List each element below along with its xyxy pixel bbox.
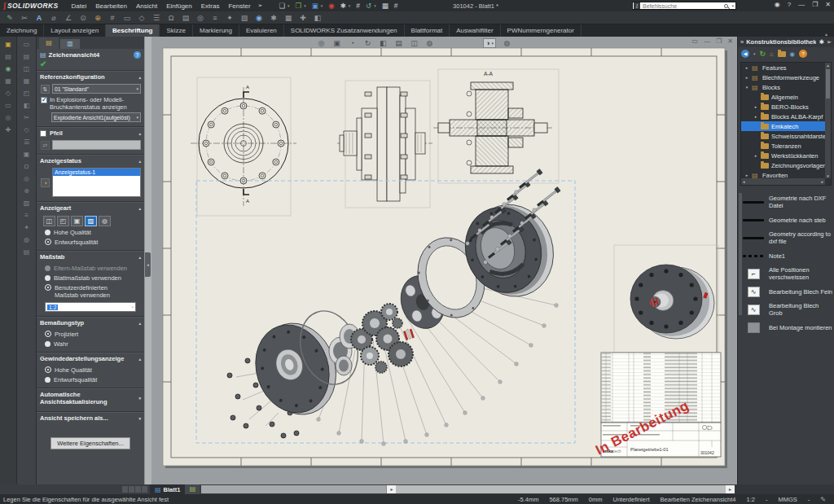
strip1-icon-5[interactable]: ▭: [2, 101, 14, 110]
tab-blattformat[interactable]: Blattformat: [405, 24, 450, 37]
tab-zeichnung[interactable]: Zeichnung: [0, 24, 44, 37]
new-document-icon[interactable]: ❏: [279, 2, 285, 10]
scroll-right-icon[interactable]: ▸: [387, 485, 396, 493]
search-input[interactable]: [641, 2, 724, 9]
toolbar-icon-18[interactable]: ✱: [269, 14, 279, 22]
tree-item-werkstueckkanten[interactable]: ▸Werkstückkanten: [741, 151, 831, 160]
radio-benutzerdefiniert[interactable]: Benutzerdefinierten Maßstab verwenden: [45, 284, 141, 299]
toolbar-icon-1[interactable]: ✂: [20, 14, 29, 22]
zoom-area-icon[interactable]: ▣: [332, 39, 341, 47]
toolbar-icon-10[interactable]: ☰: [151, 14, 161, 22]
open-dropdown-icon[interactable]: ▾: [304, 3, 306, 8]
pfeil-checkbox[interactable]: [40, 130, 46, 137]
home-icon[interactable]: ⌂: [770, 50, 774, 58]
pane-gear-icon[interactable]: ✱: [819, 38, 823, 46]
doc-maximize-icon[interactable]: ❐: [716, 37, 722, 45]
collapse-chevron-icon[interactable]: ▴: [138, 255, 141, 260]
previous-view-icon[interactable]: ◔: [348, 39, 357, 47]
strip2-icon-13[interactable]: ▨: [21, 199, 33, 208]
tree-item-schweissnahtdarstellung[interactable]: Schweissnahtdarstellung: [741, 131, 831, 141]
doc-restore-icon[interactable]: ▭: [692, 37, 699, 45]
rebuild-icon[interactable]: ◉: [328, 2, 334, 10]
toolbar-icon-15[interactable]: ✦: [225, 14, 235, 22]
panel-splitter[interactable]: ◂: [144, 37, 151, 484]
strip2-icon-5[interactable]: ◧: [21, 101, 33, 110]
horizontal-scrollbar[interactable]: ▸ ▸: [201, 485, 735, 493]
toolbar-icon-11[interactable]: Ω: [166, 14, 176, 22]
scrollbar-thumb[interactable]: [201, 485, 387, 493]
toolbar-icon-21[interactable]: ◧: [313, 14, 323, 22]
tree-item-emkatech[interactable]: Emkatech: [741, 121, 831, 131]
strip2-icon-2[interactable]: ◫: [21, 64, 33, 73]
search-icon[interactable]: [724, 4, 728, 8]
toolbar-icon-17[interactable]: ◉: [254, 14, 264, 22]
strip2-icon-15[interactable]: ✦: [21, 223, 33, 232]
panel-collapse-handle[interactable]: ◂: [145, 252, 151, 277]
scroll-thumb[interactable]: [826, 69, 830, 99]
tab-markierung[interactable]: Markierung: [193, 24, 239, 37]
tab-evaluieren[interactable]: Evaluieren: [239, 24, 284, 37]
tree-item-blechformwerkzeuge[interactable]: ▸▤Blechformwerkzeuge: [741, 72, 831, 82]
shaded-icon[interactable]: ◍: [99, 216, 111, 226]
explosion-checkbox[interactable]: [41, 97, 47, 103]
strip2-icon-11[interactable]: ◎: [21, 174, 33, 183]
strip2-icon-9[interactable]: ▣: [21, 150, 33, 159]
toolbar-icon-5[interactable]: ⊙: [78, 14, 88, 22]
note-icon[interactable]: A: [34, 14, 44, 22]
radio-projiziert[interactable]: Projiziert: [45, 331, 141, 338]
tab-skizze[interactable]: Skizze: [160, 24, 193, 37]
radio-thread-entwurf[interactable]: Entwurfsqualität: [45, 376, 141, 383]
configuration-select[interactable]: 01 "Standard"▾: [52, 84, 141, 94]
library-item-blech-grob[interactable]: ∿Bearbeitung Blech Grob: [738, 300, 834, 318]
library-item-note1[interactable]: Note1: [738, 247, 834, 265]
expand-chevron-icon[interactable]: ▾: [138, 416, 141, 421]
strip2-icon-1[interactable]: ▤: [21, 52, 33, 61]
menu-ansicht[interactable]: Ansicht: [136, 2, 157, 10]
collapse-commandmanager-icon[interactable]: ▴: [825, 31, 827, 37]
angle-dimension-icon[interactable]: ∠: [64, 14, 73, 22]
restore-icon[interactable]: ❐: [812, 1, 818, 8]
radio-thread-hohe-qualitaet[interactable]: Hohe Qualität: [45, 366, 141, 374]
display-style-icon[interactable]: ◫: [410, 39, 419, 47]
doc-minimize-icon[interactable]: —: [704, 37, 710, 45]
toolbar-icon-0[interactable]: ✎: [5, 14, 15, 22]
collapse-chevron-icon[interactable]: ▴: [138, 321, 141, 326]
pane-pin-icon[interactable]: ➢: [827, 38, 832, 46]
hidden-lines-visible-icon[interactable]: ◰: [57, 216, 69, 226]
appearance-icon[interactable]: ◍: [503, 39, 511, 47]
toolbar-icon-19[interactable]: ▦: [283, 14, 293, 22]
toolbar-icon-9[interactable]: ◇: [137, 14, 147, 22]
scroll-right-end-icon[interactable]: ▸: [726, 485, 735, 493]
strip2-icon-3[interactable]: ▦: [21, 77, 33, 85]
strip2-icon-4[interactable]: ◰: [21, 89, 33, 98]
strip2-icon-7[interactable]: ◇: [21, 125, 33, 134]
display-state-list[interactable]: Anzeigestatus-1: [52, 168, 141, 197]
hatch-icon[interactable]: #: [108, 14, 117, 22]
save-icon[interactable]: ▣: [312, 2, 318, 10]
library-help-icon[interactable]: ?: [799, 50, 807, 58]
toolbar-icon-20[interactable]: ✚: [298, 14, 308, 22]
save-library-icon[interactable]: ◉: [790, 50, 796, 58]
add-library-folder-icon[interactable]: [778, 51, 786, 57]
tab-zusatzanwendungen[interactable]: SOLIDWORKS Zusatzanwendungen: [284, 24, 405, 37]
tab-pwnummerngenerator[interactable]: PWNummerngenerator: [501, 24, 582, 37]
save-dropdown-icon[interactable]: ▾: [321, 3, 323, 8]
more-properties-button[interactable]: Weitere Eigenschaften...: [50, 437, 130, 449]
hide-show-items-icon[interactable]: ◍: [425, 39, 434, 47]
doc-close-icon[interactable]: ✕: [727, 37, 733, 45]
design-library-tree[interactable]: ▸▤Features ▸▤Blechformwerkzeuge ▾▤Blocks…: [740, 62, 832, 186]
strip2-icon-17[interactable]: ▤: [21, 248, 33, 256]
menu-fenster[interactable]: Fenster: [228, 2, 250, 10]
options-dropdown-icon[interactable]: ▾: [349, 3, 351, 8]
radio-blattmassstab[interactable]: Blattmaßstab verwenden: [45, 274, 141, 282]
edit-tag-icon[interactable]: ✎: [820, 496, 826, 503]
strip1-icon-7[interactable]: ✚: [2, 125, 14, 134]
tree-item-zeichnungsvorlagen[interactable]: Zeichnungsvorlagen: [741, 160, 831, 170]
unit-system[interactable]: MMGS: [778, 496, 797, 503]
library-item-montage[interactable]: Bei Montage montieren: [738, 318, 834, 336]
strip2-icon-8[interactable]: ☰: [21, 138, 33, 147]
add-sheet-tab[interactable]: ▤: [185, 484, 200, 494]
open-document-icon[interactable]: ❐: [296, 2, 302, 10]
collapse-chevron-icon[interactable]: ▴: [138, 75, 141, 80]
ok-check-icon[interactable]: ✔: [37, 59, 144, 70]
